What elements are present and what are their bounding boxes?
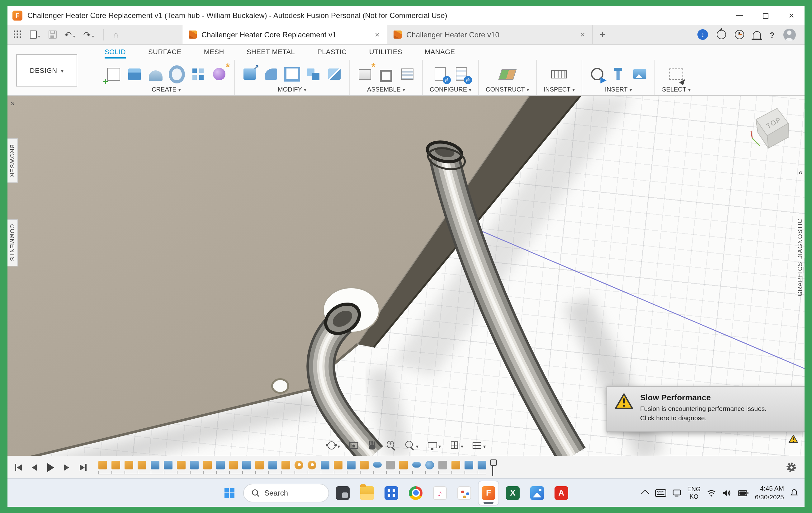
view-tool-button[interactable] [471, 438, 487, 452]
taskbar-app[interactable] [478, 480, 499, 505]
ribbon-tab[interactable]: SURFACE [148, 48, 181, 59]
taskbar-app[interactable] [502, 480, 523, 505]
timeline-feature[interactable] [216, 460, 225, 469]
play-button[interactable] [45, 461, 56, 474]
tool-icon[interactable] [105, 66, 121, 82]
timeline-feature[interactable] [190, 460, 199, 469]
timeline-feature[interactable] [229, 460, 238, 469]
touch-keyboard-icon[interactable] [655, 489, 666, 496]
wifi-icon[interactable] [707, 489, 717, 496]
tool-group-dropdown[interactable]: CREATE [152, 86, 181, 93]
file-menu-button[interactable] [30, 29, 40, 40]
timeline-feature[interactable] [334, 460, 343, 469]
timeline-feature[interactable] [98, 460, 107, 469]
ribbon-tab[interactable]: PLASTIC [317, 48, 347, 59]
help-icon[interactable] [770, 29, 775, 40]
timeline-feature[interactable] [438, 460, 447, 469]
timeline-position-marker[interactable] [489, 459, 496, 475]
tool-group-dropdown[interactable]: SELECT [662, 86, 691, 93]
mounting-hole[interactable] [272, 379, 288, 393]
timeline-feature[interactable] [164, 460, 173, 469]
tool-icon[interactable] [126, 66, 143, 82]
tool-icon[interactable] [241, 66, 258, 82]
timeline-feature[interactable] [386, 460, 395, 469]
notification-bell-icon[interactable] [790, 489, 798, 497]
tool-icon[interactable] [589, 66, 605, 82]
taskbar-app[interactable] [405, 480, 426, 505]
view-tool-button[interactable] [404, 438, 420, 452]
timeline-feature[interactable] [360, 460, 369, 469]
view-cube[interactable]: TOP [750, 103, 793, 149]
job-clock-icon[interactable] [735, 30, 744, 39]
ribbon-tab[interactable]: SOLID [105, 48, 126, 59]
language-indicator[interactable]: ENG KO [687, 485, 700, 500]
timeline-ruler[interactable] [98, 471, 486, 474]
view-tool-button[interactable] [385, 439, 397, 451]
notification-action-link[interactable]: Click here to diagnose. [640, 413, 766, 422]
timeline-feature[interactable] [112, 460, 120, 469]
tab-close-button[interactable]: × [579, 30, 586, 39]
taskbar-app[interactable] [332, 480, 353, 505]
tool-icon[interactable] [190, 66, 206, 82]
tool-icon[interactable] [211, 66, 227, 82]
taskbar-app[interactable] [381, 480, 402, 505]
ribbon-tab[interactable]: SHEET METAL [246, 48, 295, 59]
job-status-icon[interactable] [697, 29, 708, 40]
app-grid-button[interactable] [14, 31, 22, 39]
undo-button[interactable] [64, 29, 75, 40]
document-tab[interactable]: Challenger Heater Core v10 × [388, 25, 593, 44]
timeline-settings-gear-icon[interactable] [786, 462, 796, 472]
tool-group-dropdown[interactable]: CONFIGURE [430, 86, 471, 93]
redo-button[interactable] [83, 29, 94, 40]
browser-panel-tab[interactable]: BROWSER [7, 138, 18, 183]
skip-to-start-button[interactable] [12, 461, 24, 474]
tray-clock[interactable]: 4:45 AM 6/30/2025 [755, 484, 784, 502]
notifications-bell-icon[interactable] [753, 31, 761, 38]
taskbar-app[interactable] [526, 480, 548, 505]
document-tab[interactable]: Challenger Heater Core Replacement v1 × [182, 25, 388, 44]
user-avatar[interactable] [783, 28, 796, 41]
tool-icon[interactable] [610, 66, 627, 82]
tool-icon[interactable] [399, 66, 415, 82]
step-back-button[interactable] [29, 461, 40, 474]
tool-icon[interactable] [326, 66, 343, 82]
timeline-feature[interactable] [151, 460, 160, 469]
skip-to-end-button[interactable] [77, 461, 88, 474]
tool-icon[interactable] [148, 66, 164, 82]
comments-panel-tab[interactable]: COMMENTS [7, 219, 18, 267]
taskbar-app[interactable] [551, 480, 572, 505]
tool-icon[interactable] [499, 66, 516, 82]
timeline-feature[interactable] [203, 460, 212, 469]
step-forward-button[interactable] [61, 461, 72, 474]
start-button[interactable] [219, 480, 240, 505]
display-tray-icon[interactable] [672, 489, 681, 496]
new-tab-button[interactable] [593, 29, 612, 40]
tool-group-dropdown[interactable]: INSPECT [544, 86, 575, 93]
timeline-feature[interactable] [294, 460, 303, 469]
tool-icon[interactable] [357, 66, 373, 82]
timeline-feature[interactable] [255, 460, 264, 469]
tool-group-dropdown[interactable]: MODIFY [278, 86, 307, 93]
timeline-feature[interactable] [138, 460, 146, 469]
tool-icon[interactable] [631, 66, 647, 82]
tool-icon[interactable] [263, 66, 279, 82]
close-button[interactable] [778, 6, 805, 25]
tool-group-dropdown[interactable]: CONSTRUCT [486, 86, 529, 93]
minimize-button[interactable] [726, 6, 752, 25]
timeline-feature[interactable] [124, 460, 133, 469]
extensions-icon[interactable] [717, 30, 726, 39]
timeline-feature[interactable] [399, 460, 408, 469]
timeline-feature[interactable] [268, 460, 277, 469]
tool-icon[interactable] [432, 66, 448, 82]
tool-icon[interactable] [453, 66, 469, 82]
timeline-feature[interactable] [242, 460, 251, 469]
timeline-feature[interactable] [373, 462, 382, 467]
view-tool-button[interactable] [325, 438, 341, 452]
view-tool-button[interactable] [426, 438, 442, 452]
tool-icon[interactable] [668, 66, 684, 82]
timeline-feature[interactable] [308, 460, 316, 469]
tool-icon[interactable] [551, 66, 567, 82]
save-button[interactable] [48, 31, 56, 39]
maximize-button[interactable] [752, 6, 778, 25]
tool-icon[interactable] [284, 66, 300, 82]
